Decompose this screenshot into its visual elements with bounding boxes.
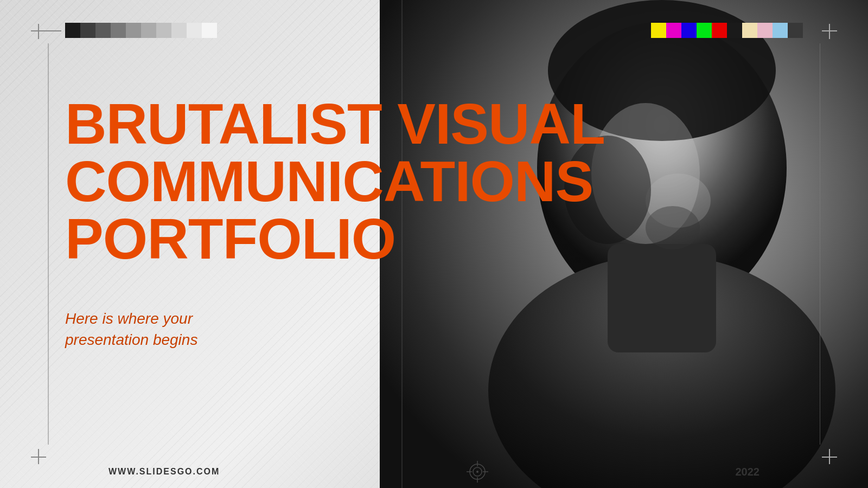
color-swatch-black — [727, 23, 742, 38]
color-swatch-mid-gray-2 — [126, 23, 141, 38]
subtitle-line-2: presentation begins — [65, 329, 197, 350]
crosshair-icon — [467, 461, 488, 483]
slide: BRUTALIST VISUAL COMMUNICATIONS PORTFOLI… — [0, 0, 868, 488]
footer-website: WWW.SLIDESGO.COM — [108, 467, 220, 477]
color-swatch-light-gray-3 — [171, 23, 187, 38]
color-swatch-red — [712, 23, 727, 38]
color-swatch-green — [697, 23, 712, 38]
svg-point-8 — [646, 206, 700, 249]
left-vertical-line — [48, 43, 49, 445]
color-swatch-pink — [757, 23, 773, 38]
color-swatch-warm-white — [742, 23, 757, 38]
subtitle: Here is where your presentation begins — [65, 308, 197, 350]
color-swatch-light-gray-2 — [156, 23, 171, 38]
footer-year: 2022 — [735, 466, 760, 478]
color-swatch-magenta — [666, 23, 681, 38]
color-swatch-blue — [681, 23, 697, 38]
subtitle-line-1: Here is where your — [65, 308, 197, 329]
color-swatch-light-gray-1 — [141, 23, 156, 38]
title-line-2: COMMUNICATIONS — [65, 152, 605, 210]
right-vertical-line — [820, 43, 821, 445]
svg-rect-3 — [608, 244, 716, 352]
color-swatch-dark-gray-2 — [95, 23, 111, 38]
color-bar-right — [651, 23, 803, 38]
svg-point-11 — [476, 471, 478, 473]
corner-tl-v-dash — [38, 24, 39, 39]
color-swatch-mid-gray-1 — [111, 23, 126, 38]
title-line-1: BRUTALIST VISUAL — [65, 95, 605, 152]
corner-tr-v-dash — [829, 24, 830, 39]
color-swatch-light-blue — [773, 23, 788, 38]
color-bar-left — [65, 23, 217, 38]
color-swatch-near-white — [202, 23, 217, 38]
color-swatch-dark-gray-1 — [80, 23, 95, 38]
main-title: BRUTALIST VISUAL COMMUNICATIONS PORTFOLI… — [65, 95, 605, 267]
color-swatch-yellow — [651, 23, 666, 38]
color-swatch-black — [65, 23, 80, 38]
footer: WWW.SLIDESGO.COM 2022 — [0, 455, 868, 488]
title-line-3: PORTFOLIO — [65, 210, 605, 267]
color-swatch-dark-gray — [788, 23, 803, 38]
corner-tl-extra-h — [46, 30, 61, 31]
color-swatch-light-gray-4 — [187, 23, 202, 38]
